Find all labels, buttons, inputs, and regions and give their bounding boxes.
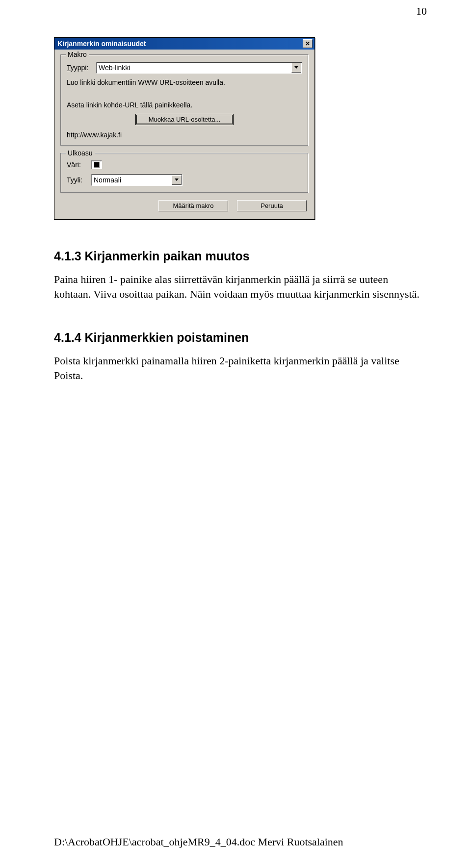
makro-groupbox: Makro Tyyppi: Web-linkki Luo linkki doku… (60, 54, 309, 146)
cancel-button[interactable]: Peruuta (237, 200, 307, 211)
tyyli-label: Tyyli: (67, 176, 91, 184)
makro-group-label: Makro (66, 51, 89, 58)
dialog-title: Kirjanmerkin ominaisuudet (57, 40, 146, 48)
section-text-414: Poista kirjanmerkki painamalla hiiren 2-… (54, 354, 427, 383)
url-value: http://www.kajak.fi (67, 131, 302, 139)
makro-description-1: Luo linkki dokumenttiin WWW URL-osoittee… (67, 78, 302, 86)
footer-path: D:\AcrobatOHJE\acrobat_ohjeMR9_4_04.doc … (54, 836, 343, 848)
edit-url-button[interactable]: Muokkaa URL-osoitetta... (135, 114, 234, 125)
define-macro-button[interactable]: Määritä makro (158, 200, 228, 211)
section-heading-413: 4.1.3 Kirjanmerkin paikan muutos (54, 249, 427, 263)
section-text-413: Paina hiiren 1- painike alas siirrettävä… (54, 272, 427, 301)
ulkoasu-group-label: Ulkoasu (66, 149, 95, 157)
tyyppi-label: Tyyppi: (67, 64, 96, 72)
close-icon[interactable]: ✕ (303, 39, 313, 48)
svg-marker-1 (175, 179, 179, 181)
chevron-down-icon[interactable] (291, 63, 301, 73)
tyyli-value: Normaali (94, 176, 121, 184)
vari-label: Väri: (67, 161, 91, 169)
section-heading-414: 4.1.4 Kirjanmerkkien poistaminen (54, 331, 427, 345)
dialog-titlebar: Kirjanmerkin ominaisuudet ✕ (54, 38, 314, 50)
ulkoasu-groupbox: Ulkoasu Väri: Tyyli: Normaali (60, 153, 309, 193)
chevron-down-icon[interactable] (172, 175, 182, 185)
color-picker[interactable] (91, 160, 102, 169)
tyyppi-dropdown[interactable]: Web-linkki (96, 62, 302, 74)
svg-marker-0 (294, 66, 298, 69)
edit-url-button-label: Muokkaa URL-osoitetta... (148, 116, 222, 123)
tyyppi-value: Web-linkki (99, 64, 130, 72)
page-number: 10 (416, 5, 427, 18)
tyyli-dropdown[interactable]: Normaali (91, 174, 183, 186)
bookmark-properties-dialog: Kirjanmerkin ominaisuudet ✕ Makro Tyyppi… (54, 37, 315, 220)
makro-description-2: Aseta linkin kohde-URL tällä painikkeell… (67, 101, 302, 109)
